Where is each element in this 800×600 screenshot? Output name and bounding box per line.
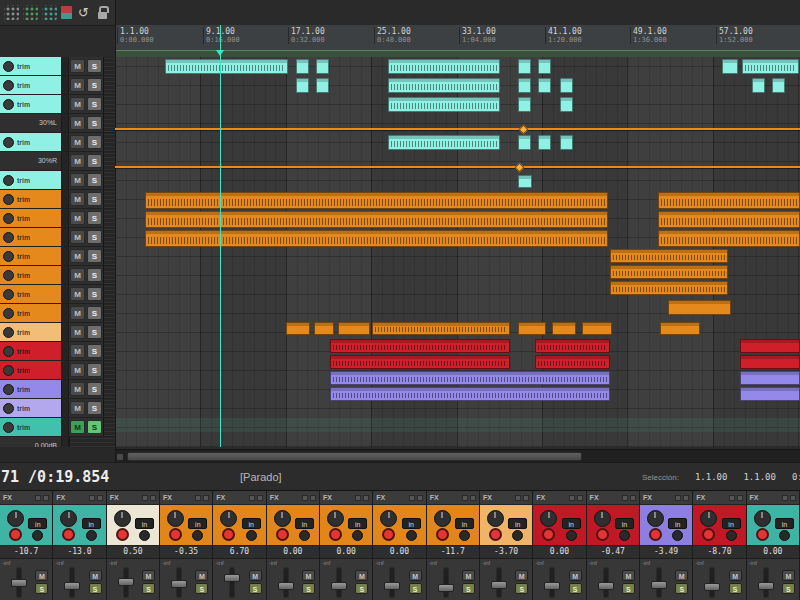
track-name[interactable]: trim	[0, 266, 62, 284]
ruler-mark[interactable]: 41.1.001:20.000	[545, 27, 582, 44]
pan-knob[interactable]	[647, 510, 664, 527]
fx-slot[interactable]	[630, 495, 636, 501]
track-row[interactable]: trimMS	[0, 228, 115, 247]
fx-button[interactable]: FX	[56, 494, 86, 501]
mixer-mute-button[interactable]: M	[409, 570, 422, 581]
pan-knob[interactable]	[594, 510, 611, 527]
track-row[interactable]: trimMS	[0, 266, 115, 285]
pan-knob[interactable]	[114, 510, 131, 527]
mixer-mute-button[interactable]: M	[89, 570, 102, 581]
mute-button[interactable]: M	[70, 268, 85, 282]
input-button[interactable]: in	[348, 518, 367, 529]
fader-thumb[interactable]	[438, 584, 454, 592]
fx-slot[interactable]	[417, 495, 423, 501]
fx-slot[interactable]	[462, 495, 468, 501]
width-knob[interactable]	[192, 530, 203, 541]
audio-clip[interactable]	[372, 322, 510, 335]
mixer-mute-button[interactable]: M	[622, 570, 635, 581]
audio-clip[interactable]	[388, 59, 500, 74]
mixer-strip[interactable]: FXin-3.49-infMS	[640, 491, 693, 600]
track-row[interactable]: trimMS	[0, 95, 115, 114]
record-arm-button[interactable]	[542, 528, 555, 541]
fx-button[interactable]: FX	[270, 494, 300, 501]
fx-slot[interactable]	[203, 495, 209, 501]
scrollbar-thumb[interactable]	[127, 452, 582, 461]
audio-clip[interactable]	[518, 175, 532, 188]
track-name[interactable]: trim	[0, 76, 62, 94]
track-name[interactable]: trim	[0, 247, 62, 265]
trim-knob-icon[interactable]	[3, 289, 14, 300]
pan-knob[interactable]	[167, 510, 184, 527]
pan-knob[interactable]	[327, 510, 344, 527]
mixer-solo-button[interactable]: S	[782, 583, 795, 594]
width-knob[interactable]	[406, 530, 417, 541]
solo-button[interactable]: S	[87, 78, 102, 92]
automation-node[interactable]	[515, 163, 525, 173]
fx-slot[interactable]	[782, 495, 788, 501]
track-row[interactable]: trimMS	[0, 171, 115, 190]
width-knob[interactable]	[86, 530, 97, 541]
pan-knob[interactable]	[274, 510, 291, 527]
trim-knob-icon[interactable]	[3, 232, 14, 243]
audio-clip[interactable]	[145, 192, 608, 209]
record-arm-button[interactable]	[596, 528, 609, 541]
ruler-mark[interactable]: 9.1.000:16.000	[203, 27, 240, 44]
pan-knob[interactable]	[434, 510, 451, 527]
mixer-strip[interactable]: FXin6.70-infMS	[213, 491, 266, 600]
input-button[interactable]: in	[242, 518, 261, 529]
track-row[interactable]: trimMS	[0, 304, 115, 323]
audio-clip[interactable]	[560, 97, 573, 112]
track-row[interactable]: trimMS	[0, 361, 115, 380]
audio-clip[interactable]	[582, 322, 612, 335]
mute-button[interactable]: M	[70, 344, 85, 358]
audio-clip[interactable]	[316, 78, 329, 93]
fader-track[interactable]	[444, 568, 448, 597]
trim-knob-icon[interactable]	[3, 213, 14, 224]
lock-icon[interactable]	[95, 5, 110, 20]
mixer-strip[interactable]: FXin-8.70-infMS	[693, 491, 746, 600]
selection-end[interactable]: 1.1.00	[743, 472, 776, 482]
pan-knob[interactable]	[700, 510, 717, 527]
mute-button[interactable]: M	[70, 287, 85, 301]
fader-thumb[interactable]	[384, 582, 400, 590]
fx-slot[interactable]	[310, 495, 316, 501]
selection-length[interactable]: 0:00.000	[792, 472, 800, 482]
fx-button[interactable]: FX	[110, 494, 140, 501]
input-button[interactable]: in	[455, 518, 474, 529]
record-arm-button[interactable]	[276, 528, 289, 541]
ruler-mark[interactable]: 49.1.001:36.000	[630, 27, 667, 44]
fx-slot[interactable]	[675, 495, 681, 501]
trim-knob-icon[interactable]	[3, 365, 14, 376]
solo-button[interactable]: S	[87, 306, 102, 320]
fx-button[interactable]: FX	[750, 494, 780, 501]
mute-button[interactable]: M	[70, 135, 85, 149]
audio-clip[interactable]	[552, 322, 576, 335]
audio-clip[interactable]	[165, 59, 288, 74]
solo-button[interactable]: S	[87, 363, 102, 377]
track-name[interactable]: trim	[0, 323, 62, 341]
track-row[interactable]: 30%RMS	[0, 152, 115, 171]
record-arm-button[interactable]	[116, 528, 129, 541]
trim-knob-icon[interactable]	[3, 270, 14, 281]
mixer-solo-button[interactable]: S	[195, 583, 208, 594]
mixer-strip[interactable]: FXin0.50-infMS	[107, 491, 160, 600]
solo-button[interactable]: S	[87, 382, 102, 396]
audio-clip[interactable]	[518, 135, 531, 150]
mixer-solo-button[interactable]: S	[622, 583, 635, 594]
mixer-solo-button[interactable]: S	[729, 583, 742, 594]
track-row[interactable]: trimMS	[0, 76, 115, 95]
width-knob[interactable]	[672, 530, 683, 541]
width-knob[interactable]	[512, 530, 523, 541]
audio-clip[interactable]	[518, 78, 531, 93]
mixer-strip[interactable]: FXin-13.0-infMS	[53, 491, 106, 600]
fx-button[interactable]: FX	[216, 494, 246, 501]
mixer-strip[interactable]: FXin0.00-infMS	[320, 491, 373, 600]
track-name[interactable]: trim	[0, 228, 62, 246]
fx-slot[interactable]	[89, 495, 95, 501]
trim-knob-icon[interactable]	[3, 61, 14, 72]
solo-button[interactable]: S	[87, 192, 102, 206]
input-button[interactable]: in	[295, 518, 314, 529]
width-knob[interactable]	[352, 530, 363, 541]
audio-clip[interactable]	[742, 59, 799, 74]
mixer-mute-button[interactable]: M	[515, 570, 528, 581]
